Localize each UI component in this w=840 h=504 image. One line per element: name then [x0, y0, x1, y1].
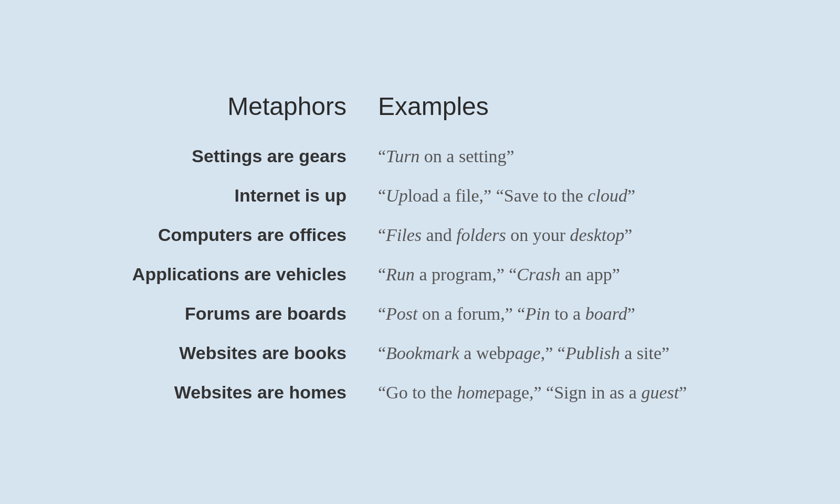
header-row: Metaphors Examples — [84, 92, 756, 121]
metaphor-cell: Websites are books — [105, 343, 378, 363]
metaphor-cell: Websites are homes — [105, 382, 378, 403]
table-row: Settings are gears“Turn on a setting” — [105, 136, 756, 176]
example-cell: “Upload a file,” “Save to the cloud” — [378, 186, 756, 206]
table-row: Computers are offices“Files and folders … — [105, 215, 756, 255]
example-text: “Bookmark a webpage,” “Publish a site” — [378, 343, 669, 363]
example-cell: “Post on a forum,” “Pin to a board” — [378, 304, 756, 324]
example-text: “Go to the homepage,” “Sign in as a gues… — [378, 383, 687, 402]
metaphor-text: Computers are offices — [158, 225, 346, 245]
metaphor-text: Internet is up — [235, 185, 346, 205]
example-text: “Files and folders on your desktop” — [378, 225, 632, 245]
metaphor-cell: Forums are boards — [105, 303, 378, 324]
example-text: “Run a program,” “Crash an app” — [378, 265, 620, 284]
table-row: Applications are vehicles“Run a program,… — [105, 255, 756, 294]
table-body: Settings are gears“Turn on a setting”Int… — [84, 136, 756, 412]
metaphors-header-cell: Metaphors — [105, 92, 378, 121]
example-cell: “Turn on a setting” — [378, 146, 756, 166]
examples-column-header: Examples — [378, 92, 489, 120]
metaphor-cell: Applications are vehicles — [105, 264, 378, 285]
metaphor-text: Websites are books — [179, 343, 346, 363]
main-container: Metaphors Examples Settings are gears“Tu… — [52, 71, 788, 433]
metaphor-text: Websites are homes — [174, 382, 346, 402]
example-text: “Post on a forum,” “Pin to a board” — [378, 304, 635, 323]
table-row: Internet is up“Upload a file,” “Save to … — [105, 176, 756, 215]
metaphor-cell: Internet is up — [105, 185, 378, 206]
metaphor-text: Settings are gears — [192, 146, 346, 166]
metaphor-cell: Computers are offices — [105, 225, 378, 245]
example-cell: “Bookmark a webpage,” “Publish a site” — [378, 343, 756, 363]
table-row: Forums are boards“Post on a forum,” “Pin… — [105, 294, 756, 333]
example-text: “Turn on a setting” — [378, 146, 514, 166]
example-cell: “Go to the homepage,” “Sign in as a gues… — [378, 383, 756, 403]
example-cell: “Run a program,” “Crash an app” — [378, 265, 756, 285]
metaphor-cell: Settings are gears — [105, 146, 378, 166]
metaphor-text: Forums are boards — [185, 303, 346, 323]
table-row: Websites are homes“Go to the homepage,” … — [105, 373, 756, 412]
metaphors-column-header: Metaphors — [227, 92, 346, 120]
examples-header-cell: Examples — [378, 92, 756, 121]
table-row: Websites are books“Bookmark a webpage,” … — [105, 333, 756, 373]
example-cell: “Files and folders on your desktop” — [378, 225, 756, 245]
example-text: “Upload a file,” “Save to the cloud” — [378, 186, 635, 205]
metaphor-text: Applications are vehicles — [132, 264, 346, 284]
